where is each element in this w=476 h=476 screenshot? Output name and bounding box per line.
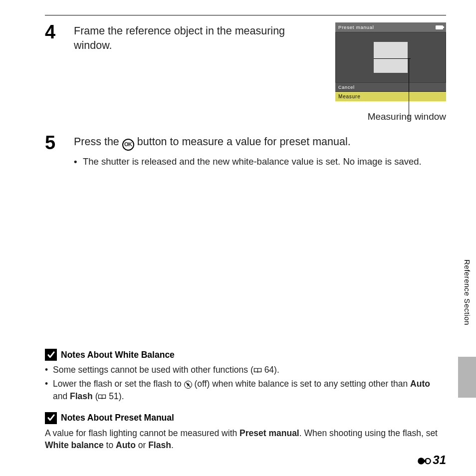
lcd-cancel-bar: Cancel: [335, 82, 446, 91]
notes-wb-bullet-2: Lower the flash or set the flash to (off…: [45, 378, 446, 402]
lcd-body: [335, 32, 446, 82]
notes-pm-header: Notes About Preset Manual: [45, 412, 446, 424]
check-icon: [45, 412, 57, 424]
step-5-pre: Press the: [74, 136, 122, 148]
lcd-status-bar: Preset manual: [335, 22, 446, 32]
step-4-line2: window.: [74, 39, 112, 51]
side-ref-section-label: Reference Section: [463, 259, 472, 325]
lcd-title: Preset manual: [338, 24, 374, 30]
step-5-post: button to measure a value for preset man…: [134, 136, 351, 148]
step-5-row: 5 Press the OK button to measure a value…: [45, 133, 446, 152]
notes-wb-title: Notes About White Balance: [61, 350, 175, 360]
lcd-caption: Measuring window: [335, 111, 446, 122]
notes-wb-bullet-1: Some settings cannot be used with other …: [45, 364, 446, 376]
step-4-row: 4 Frame the reference object in the meas…: [45, 22, 446, 122]
notes-wb-header: Notes About White Balance: [45, 349, 446, 361]
camera-lcd: Preset manual Cancel Measure: [335, 22, 446, 101]
step-4-line1: Frame the reference object in the measur…: [74, 25, 285, 37]
flash-off-icon: [184, 381, 192, 389]
notes-section: Notes About White Balance Some settings …: [45, 349, 446, 451]
notes-pm-text: A value for flash lighting cannot be mea…: [45, 427, 446, 451]
check-icon: [45, 349, 57, 361]
notes-pm-title: Notes About Preset Manual: [61, 413, 174, 423]
step-5-number: 5: [45, 133, 62, 152]
step-5-text: Press the OK button to measure a value f…: [74, 133, 446, 150]
step-4-number: 4: [45, 22, 62, 41]
battery-icon: [436, 25, 443, 29]
manual-icon: [98, 394, 106, 400]
top-rule: [45, 15, 446, 15]
svg-rect-3: [424, 460, 427, 463]
side-thumb-tab: [458, 357, 476, 398]
measuring-window-target: [374, 42, 408, 73]
manual-icon: [253, 367, 262, 374]
ok-button-icon: OK: [122, 139, 134, 151]
lcd-measure-bar: Measure: [335, 91, 446, 101]
page-number: 31: [417, 453, 446, 467]
joystick-icon: [417, 457, 432, 466]
step-4-text: Frame the reference object in the measur…: [74, 22, 323, 53]
step-5-bullet: The shutter is released and the new whit…: [74, 156, 446, 167]
lcd-wrap: Preset manual Cancel Measure Measuring w…: [335, 22, 446, 122]
